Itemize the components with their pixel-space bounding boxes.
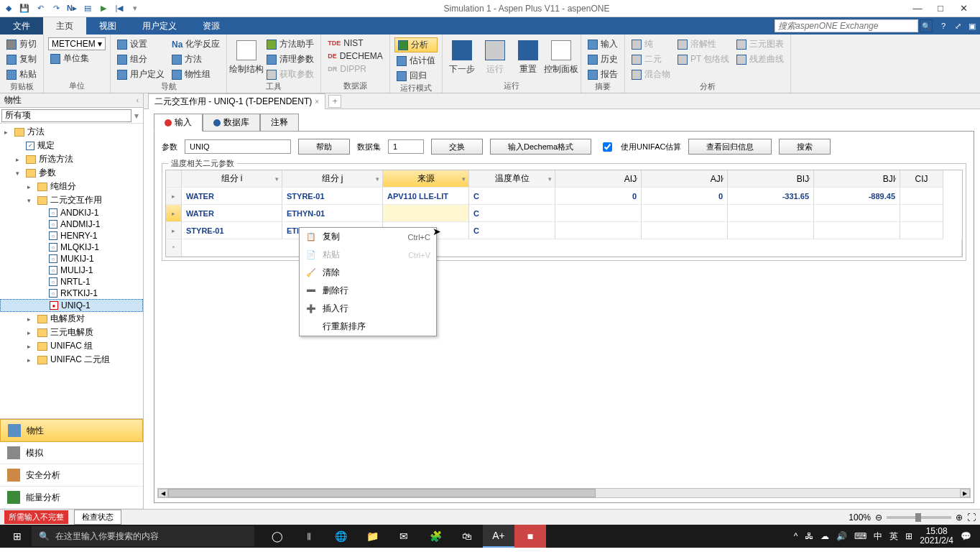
tab-resources[interactable]: 资源 (190, 17, 233, 34)
cut-button[interactable]: 剪切 (4, 37, 39, 51)
chemistry-button[interactable]: Na化学反应 (170, 37, 222, 51)
tree-rktkij[interactable]: ○RKTKIJ-1 (0, 288, 143, 299)
next-icon[interactable]: N▸ (66, 3, 78, 14)
copy-button[interactable]: 复制 (4, 52, 39, 66)
col-ci[interactable]: 组分 i▾ (182, 170, 282, 188)
zoom-slider[interactable] (887, 516, 951, 519)
maximize-button[interactable]: □ (935, 4, 946, 14)
tree-henry[interactable]: ○HENRY-1 (0, 230, 143, 242)
unit-combo[interactable]: METCHEM▾ (48, 37, 106, 50)
report-button[interactable]: 报告 (586, 68, 620, 81)
tray-cloud-icon[interactable]: ☁ (820, 531, 829, 541)
panel-collapse-icon[interactable]: ‹ (137, 96, 139, 104)
col-tu[interactable]: 温度单位▾ (469, 170, 555, 188)
history-button[interactable]: 历史 (586, 52, 620, 66)
nav-energy[interactable]: 能量分析 (0, 487, 143, 509)
tree-mukij[interactable]: ○MUKIJ-1 (0, 253, 143, 264)
redo-icon[interactable]: ↷ (50, 3, 62, 14)
tree-elec[interactable]: ▸电解质对 (0, 312, 143, 326)
help-icon[interactable]: ? (938, 21, 948, 31)
tree-nrtl[interactable]: ○NRTL-1 (0, 276, 143, 288)
tab-file[interactable]: 文件 (0, 17, 43, 34)
rewind-icon[interactable]: |◀ (114, 3, 125, 14)
cpanel-button[interactable]: 控制面板 (546, 36, 576, 79)
tree-andkij[interactable]: ○ANDKIJ-1 (0, 207, 143, 218)
document-tab[interactable]: 二元交互作用 - UNIQ-1 (T-DEPENDENT)× (148, 93, 325, 109)
tray-keyboard-icon[interactable]: ⌨ (854, 531, 866, 541)
cortana-icon[interactable]: ⫴ (293, 525, 325, 548)
subtab-notes[interactable]: 注释 (260, 114, 299, 131)
ctx-copy[interactable]: 📋复制Ctrl+C (300, 228, 436, 246)
unitset-button[interactable]: 单位集 (48, 52, 106, 65)
ctx-clear[interactable]: 🧹清除 (300, 264, 436, 282)
close-tab-icon[interactable]: × (315, 98, 319, 106)
tree-unifacb[interactable]: ▸UNIFAC 二元组 (0, 353, 143, 367)
table-row[interactable]: ▸ STYRE-01 ETI C (166, 222, 962, 239)
undo-icon[interactable]: ↶ (34, 3, 46, 14)
methods-button[interactable]: 方法 (170, 52, 222, 66)
nav-simulation[interactable]: 模拟 (0, 442, 143, 464)
propset-button[interactable]: 物性组 (170, 68, 222, 81)
userdef-button[interactable]: 用户定义 (115, 68, 167, 81)
explorer-icon[interactable]: 📁 (356, 525, 388, 548)
tray-network-icon[interactable]: 🖧 (805, 531, 813, 541)
table-row-new[interactable]: * (166, 239, 962, 257)
tree-mulij[interactable]: ○MULIJ-1 (0, 264, 143, 276)
help-button[interactable]: 帮助 (298, 139, 350, 155)
store-icon[interactable]: 🛍 (451, 525, 483, 548)
horizontal-scrollbar[interactable]: ◀▶ (157, 488, 971, 498)
tree-purecomp[interactable]: ▸纯组分 (0, 180, 143, 193)
estimate-button[interactable]: 估计值 (394, 54, 438, 68)
col-cij[interactable]: CIJ (900, 170, 943, 188)
ctx-reorder[interactable]: 行重新排序 (300, 318, 436, 336)
tray-up-icon[interactable]: ^ (794, 531, 798, 541)
start-button[interactable]: ⊞ (3, 525, 32, 548)
analyze-button[interactable]: 分析 (394, 37, 438, 52)
filter-dropdown-icon[interactable]: ▾ (131, 111, 142, 121)
task-view-icon[interactable]: ◯ (262, 525, 293, 548)
app1-icon[interactable]: 🧩 (420, 525, 451, 548)
edge-icon[interactable]: 🌐 (325, 525, 356, 548)
tree-ternelec[interactable]: ▸三元电解质 (0, 326, 143, 339)
col-aji[interactable]: AJI▾ (642, 170, 728, 188)
dechema-format-button[interactable]: 输入Dechema格式 (490, 139, 591, 155)
tree-binary[interactable]: ▾二元交互作用 (0, 193, 143, 207)
hide-ribbon-icon[interactable]: ▣ (967, 21, 977, 31)
zoom-in-icon[interactable]: ⊕ (956, 512, 963, 523)
tree-params[interactable]: ▾参数 (0, 166, 143, 180)
dataset-input[interactable] (388, 139, 424, 154)
taskbar-clock[interactable]: 15:082021/2/4 (920, 527, 953, 546)
next-button[interactable]: 下一步 (447, 36, 477, 79)
nist-button[interactable]: TDENIST (325, 37, 385, 49)
check-status-button[interactable]: 检查状态 (74, 510, 121, 525)
ime-lang2[interactable]: 英 (889, 530, 898, 543)
exchange-search-button[interactable]: 🔍 (920, 19, 933, 32)
col-bji[interactable]: BJI▾ (814, 170, 900, 188)
tray-volume-icon[interactable]: 🔊 (836, 531, 847, 541)
exchange-search-input[interactable] (775, 19, 918, 32)
methodassist-button[interactable]: 方法助手 (264, 37, 316, 51)
ime-icon[interactable]: ⊞ (905, 531, 912, 541)
search-button[interactable]: 搜索 (779, 139, 831, 155)
ctx-delrow[interactable]: ➖删除行 (300, 282, 436, 300)
subtab-input[interactable]: 输入 (154, 114, 203, 132)
table-row[interactable]: ▸ WATER ETHYN-01 C (166, 205, 962, 222)
cleanparam-button[interactable]: 清理参数 (264, 52, 316, 66)
tab-view[interactable]: 视图 (86, 17, 129, 34)
qat-more-icon[interactable]: ▾ (129, 3, 141, 14)
param-input[interactable] (185, 139, 291, 154)
input-summary-button[interactable]: 输入 (586, 37, 620, 51)
save-icon[interactable]: 💾 (19, 3, 30, 14)
new-tab-button[interactable]: + (328, 95, 341, 108)
tree-methods[interactable]: ▸方法 (0, 125, 143, 139)
table-row[interactable]: ▸ WATER STYRE-01 APV110 LLE-LIT C 0 0 -3… (166, 188, 962, 205)
minimize-button[interactable]: — (912, 4, 923, 14)
paste-button[interactable]: 粘贴 (4, 68, 39, 81)
zoom-fit-icon[interactable]: ⛶ (967, 512, 976, 523)
ctx-insrow[interactable]: ➕插入行 (300, 300, 436, 318)
tree-andmij[interactable]: ○ANDMIJ-1 (0, 218, 143, 230)
play-icon[interactable]: ▶ (98, 3, 109, 14)
viewreg-button[interactable]: 查看回归信息 (688, 139, 772, 155)
regress-button[interactable]: 回归 (394, 69, 438, 83)
nav-safety[interactable]: 安全分析 (0, 464, 143, 487)
